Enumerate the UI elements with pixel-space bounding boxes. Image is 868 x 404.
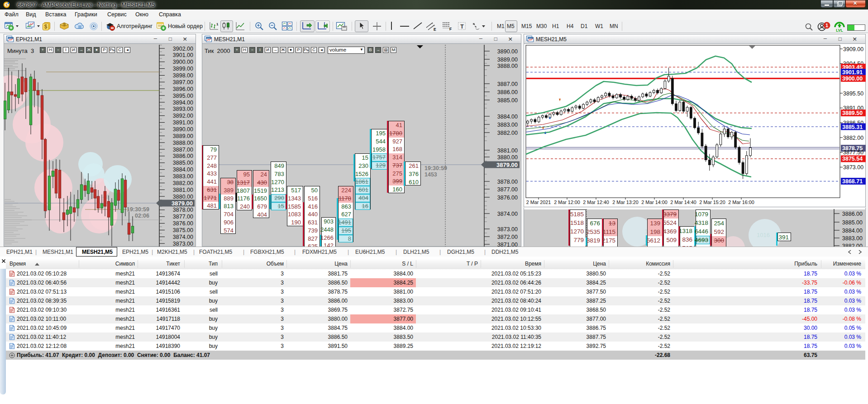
svg-text:3884.00: 3884.00	[842, 228, 863, 234]
svg-text:3874.00: 3874.00	[173, 234, 193, 240]
svg-text:3882.00: 3882.00	[173, 180, 193, 186]
svg-text:3875.00: 3875.00	[173, 227, 193, 233]
svg-text:3886.00: 3886.00	[497, 89, 518, 95]
svg-text:3881.00: 3881.00	[173, 187, 193, 193]
svg-text:3898.00: 3898.00	[173, 72, 193, 79]
svg-text:3880.00: 3880.00	[497, 154, 518, 161]
svg-text:2 Mar 14:00: 2 Mar 14:00	[641, 200, 668, 205]
svg-text:3899.00: 3899.00	[173, 66, 193, 72]
svg-text:3879.00: 3879.00	[172, 200, 193, 207]
svg-text:3868.71: 3868.71	[842, 178, 863, 185]
svg-text:E: E	[434, 27, 436, 31]
svg-text:19:30:59: 19:30:59	[424, 165, 447, 171]
svg-text:3897.00: 3897.00	[173, 79, 193, 86]
svg-text:3882.00: 3882.00	[497, 130, 518, 136]
svg-text:3883.00: 3883.00	[842, 235, 863, 242]
svg-text:3888.00: 3888.00	[173, 140, 193, 146]
svg-text:3882.00: 3882.00	[843, 135, 863, 141]
svg-text:3895.00: 3895.00	[173, 93, 193, 99]
svg-text:3890.00: 3890.00	[497, 48, 518, 55]
svg-text:3873.00: 3873.00	[173, 241, 193, 247]
svg-text:3885.00: 3885.00	[497, 97, 518, 104]
svg-text:2 Mar 12:40: 2 Mar 12:40	[583, 200, 609, 205]
svg-text:3872.00: 3872.00	[497, 234, 518, 240]
svg-text:3892.00: 3892.00	[173, 113, 193, 119]
svg-text:2 Mar 14:40: 2 Mar 14:40	[670, 200, 696, 205]
svg-text:3891.00: 3891.00	[173, 119, 193, 126]
svg-text:3896.00: 3896.00	[173, 86, 193, 92]
svg-text:3901.91: 3901.91	[842, 69, 863, 76]
svg-text:2 Mar 15:20: 2 Mar 15:20	[699, 200, 725, 205]
svg-text:LVL: LVL	[836, 28, 843, 33]
svg-text:3900.00: 3900.00	[842, 76, 863, 82]
svg-text:19:30:59: 19:30:59	[127, 206, 149, 213]
svg-text:3885.00: 3885.00	[173, 160, 193, 166]
svg-text:1453: 1453	[424, 171, 437, 178]
svg-text:3876.00: 3876.00	[173, 220, 193, 227]
svg-text:3881.00: 3881.00	[497, 147, 518, 154]
svg-text:3888.00: 3888.00	[497, 63, 518, 69]
svg-text:3902.00: 3902.00	[173, 46, 193, 52]
svg-text:3889.00: 3889.00	[173, 133, 193, 139]
svg-text:3877.00: 3877.00	[173, 214, 193, 220]
svg-text:3876.00: 3876.00	[497, 195, 518, 201]
svg-text:3889.00: 3889.00	[497, 57, 518, 63]
svg-text:3878.00: 3878.00	[497, 179, 518, 185]
svg-text:$: $	[44, 24, 48, 30]
svg-text:3873.00: 3873.00	[843, 164, 863, 171]
svg-text:3885.00: 3885.00	[842, 219, 863, 226]
svg-text:3871.00: 3871.00	[497, 242, 518, 247]
svg-text:3885.31: 3885.31	[842, 124, 863, 130]
svg-text:3875.54: 3875.54	[842, 156, 863, 162]
svg-text:3893.00: 3893.00	[173, 106, 193, 112]
svg-text:5: 5	[5, 3, 8, 7]
svg-text:3884.00: 3884.00	[497, 114, 518, 120]
svg-text:3901.00: 3901.00	[173, 52, 193, 58]
svg-text:3890.00: 3890.00	[173, 126, 193, 133]
svg-text:1016: 1016	[757, 232, 770, 238]
svg-text:3880.00: 3880.00	[173, 194, 193, 200]
svg-text:3884.00: 3884.00	[173, 166, 193, 173]
svg-text:3887.00: 3887.00	[497, 81, 518, 87]
svg-text:3909.00: 3909.00	[843, 46, 863, 52]
svg-text:3879.00: 3879.00	[496, 162, 518, 168]
svg-text:3883.00: 3883.00	[173, 173, 193, 180]
svg-text:3894.00: 3894.00	[173, 100, 193, 106]
svg-text:3877.00: 3877.00	[497, 186, 518, 193]
svg-text:2 Mar 12:00: 2 Mar 12:00	[554, 200, 580, 205]
svg-text:3874.00: 3874.00	[497, 211, 518, 217]
svg-text:5: 5	[63, 23, 65, 26]
svg-text:2 Mar 2021: 2 Mar 2021	[526, 200, 551, 205]
svg-text:3883.00: 3883.00	[497, 122, 518, 128]
svg-text:2 Mar 16:00: 2 Mar 16:00	[728, 200, 754, 205]
svg-text:3873.00: 3873.00	[497, 226, 518, 233]
svg-text:2 Mar 13:20: 2 Mar 13:20	[612, 200, 639, 205]
svg-text:3878.00: 3878.00	[173, 207, 193, 213]
svg-text:3900.00: 3900.00	[173, 59, 193, 65]
svg-text:3886.00: 3886.00	[842, 211, 863, 217]
svg-text:3889.50: 3889.50	[842, 110, 863, 116]
svg-text:T: T	[460, 24, 464, 30]
svg-text:3877.50: 3877.50	[843, 149, 863, 156]
svg-text:1: 1	[825, 23, 828, 28]
svg-text:1: 1	[216, 22, 219, 26]
svg-text:3887.00: 3887.00	[173, 147, 193, 153]
svg-text:3886.00: 3886.00	[173, 153, 193, 159]
svg-text:02:06: 02:06	[135, 213, 149, 219]
svg-text:3895.50: 3895.50	[843, 90, 863, 97]
svg-text:F: F	[449, 27, 452, 31]
